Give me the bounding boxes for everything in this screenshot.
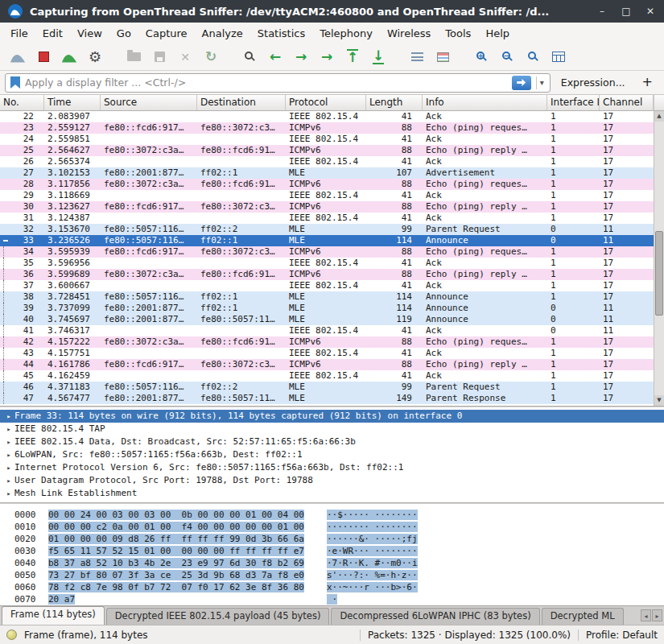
hex-ascii-selected[interactable]: ········ ········ [327,522,418,532]
hex-row[interactable]: 005073 27 bf 80 07 3f 3a ce 25 3d 9b 68 … [14,569,664,581]
scroll-down-icon[interactable]: ▼ [654,395,664,406]
packet-row[interactable]: 373.600667IEEE 802.15.441Ack117 [0,280,654,291]
packet-row[interactable]: 303.123627fe80::fcd6:917…fe80::3072:c3…I… [0,201,654,213]
expert-info-icon[interactable] [6,630,17,640]
hex-ascii-selected[interactable]: ·e·WR··· ········ [327,546,418,556]
zoom-in-button[interactable]: + [468,46,494,68]
expand-arrow-icon[interactable]: ▸ [3,448,14,461]
detail-line[interactable]: ▸Frame 33: 114 bytes on wire (912 bits),… [0,410,664,423]
menu-wireless[interactable]: Wireless [380,25,438,42]
menu-file[interactable]: File [3,25,35,42]
column-header-destination[interactable]: Destination [197,95,286,110]
packet-row[interactable]: 464.371183fe80::5057:116…ff02::2MLE99Par… [0,382,654,393]
autoscroll-button[interactable] [404,46,430,68]
packet-row[interactable]: 273.102153fe80::2001:877…ff02::1MLE107Ad… [0,167,654,179]
filter-dropdown-caret-icon[interactable]: ▾ [536,76,547,89]
column-header-no[interactable]: No. [0,95,44,110]
menu-capture[interactable]: Capture [138,25,195,42]
filter-bookmark-icon[interactable] [10,76,20,89]
hex-row[interactable]: 0040b8 37 a8 52 10 b3 4b 2e 23 e9 97 6d … [14,557,664,569]
column-header-time[interactable]: Time [44,95,101,110]
display-filter-input[interactable] [25,76,507,89]
packet-row[interactable]: 343.595939fe80::fcd6:917…fe80::3072:c3…I… [0,246,654,258]
menu-go[interactable]: Go [109,25,138,42]
byte-view-tab[interactable]: Frame (114 bytes) [2,606,105,625]
maximize-icon[interactable]: □ [621,6,632,17]
hex-row[interactable]: 0030f5 65 11 57 52 15 01 00 00 00 00 ff … [14,545,664,557]
packet-row[interactable]: 222.083907IEEE 802.15.441Ack117 [0,111,654,122]
detail-line[interactable]: ▸Internet Protocol Version 6, Src: fe80:… [0,461,664,474]
detail-line[interactable]: ▸User Datagram Protocol, Src Port: 19788… [0,474,664,487]
hex-row[interactable]: 000000 00 24 00 03 00 03 00 0b 00 00 00 … [14,509,664,521]
hex-bytes-selected[interactable]: 01 00 00 00 09 d8 26 ff ff ff ff 99 0d 3… [48,534,304,544]
packet-row[interactable]: 413.746317IEEE 802.15.441Ack011 [0,325,654,336]
hex-ascii-selected[interactable]: ······&· ·····;fj [327,534,418,544]
stop-capture-button[interactable] [31,46,56,68]
capture-options-button[interactable]: ⚙ [82,46,108,68]
zoom-out-button[interactable]: − [494,46,520,68]
packet-row[interactable]: 403.745697fe80::2001:877…fe80::5057:11…M… [0,314,654,325]
go-forward-button[interactable]: → [288,46,314,68]
packet-row[interactable]: 252.564627fe80::3072:c3a…fe80::fcd6:91…I… [0,145,654,156]
packet-row[interactable]: 313.124387IEEE 802.15.441Ack117 [0,213,654,224]
scroll-up-icon[interactable]: ▲ [654,111,664,122]
packet-row[interactable]: 232.559127fe80::fcd6:917…fe80::3072:c3…I… [0,122,654,134]
go-last-packet-button[interactable]: ↓ [365,46,391,68]
packet-row[interactable]: 333.236526fe80::5057:116…ff02::1MLE114An… [0,235,654,246]
menu-telephony[interactable]: Telephony [312,25,380,42]
column-header-interface-id[interactable]: Interface ID [547,95,600,110]
menu-analyze[interactable]: Analyze [195,25,250,42]
menu-help[interactable]: Help [478,25,517,42]
go-to-packet-button[interactable]: → [314,46,340,68]
hex-bytes-selected[interactable]: 73 27 bf 80 07 3f 3a ce 25 3d 9b 68 d3 7… [48,570,304,580]
hex-bytes-selected[interactable]: 00 00 24 00 03 00 03 00 0b 00 00 00 01 0… [48,510,304,520]
packet-row[interactable]: 444.161786fe80::fcd6:917…fe80::3072:c3…I… [0,359,654,370]
byte-view-tab[interactable]: Decrypted IEEE 802.15.4 payload (45 byte… [106,608,330,625]
hex-row[interactable]: 002001 00 00 00 09 d8 26 ff ff ff ff 99 … [14,533,664,545]
menu-tools[interactable]: Tools [438,25,478,42]
expand-arrow-icon[interactable]: ▸ [3,474,14,487]
packet-row[interactable]: 474.567477fe80::2001:877…fe80::5057:11…M… [0,393,654,404]
detail-line[interactable]: ▸6LoWPAN, Src: fe80::5057:1165:f56a:663b… [0,448,664,461]
column-header-channel[interactable]: Channel [600,95,654,110]
status-profile[interactable]: Profile: Default [586,630,658,641]
column-header-info[interactable]: Info [423,95,547,110]
column-header-source[interactable]: Source [101,95,197,110]
packet-row[interactable]: 293.118669IEEE 802.15.441Ack117 [0,190,654,201]
colorize-button[interactable] [430,46,456,68]
expand-arrow-icon[interactable]: ▸ [3,410,14,423]
packet-list-scrollbar[interactable]: ▲ ▼ [654,111,664,406]
go-back-button[interactable]: ← [262,46,288,68]
packet-row[interactable]: 262.565374IEEE 802.15.441Ack117 [0,156,654,167]
expand-arrow-icon[interactable]: ▸ [3,436,14,448]
close-icon[interactable]: ✕ [645,6,656,17]
find-packet-button[interactable] [237,46,262,68]
menu-view[interactable]: View [70,25,109,42]
expand-arrow-icon[interactable]: ▸ [3,423,14,436]
column-header-protocol[interactable]: Protocol [286,95,366,110]
packet-row[interactable]: 424.157222fe80::3072:c3a…fe80::fcd6:91…I… [0,336,654,348]
column-header-length[interactable]: Length [366,95,423,110]
hex-ascii-selected[interactable]: ·7·R··K. #··m0··i [327,558,418,568]
packet-row[interactable]: 363.599689fe80::3072:c3a…fe80::fcd6:91…I… [0,269,654,280]
tab-scroll-right-icon[interactable]: ▸ [652,609,662,621]
display-filter-field[interactable]: ▾ [5,73,551,93]
expression-button[interactable]: Expression... [558,75,629,90]
hex-ascii-selected[interactable]: · [327,594,337,605]
packet-row[interactable]: 383.728451fe80::5057:116…ff02::1MLE114An… [0,291,654,303]
restart-capture-button[interactable] [56,46,82,68]
zoom-100-button[interactable] [520,46,546,68]
detail-line[interactable]: ▸Mesh Link Establishment [0,487,664,500]
expand-arrow-icon[interactable]: ▸ [3,487,14,500]
hex-bytes-selected[interactable]: 00 00 00 c2 0a 00 01 00 f4 00 00 00 00 0… [48,522,304,532]
hex-row[interactable]: 006078 f2 c8 7e 98 0f b7 72 07 f0 17 62 … [14,581,664,593]
resize-columns-button[interactable] [546,46,571,68]
packet-row[interactable]: 393.737099fe80::2001:877…ff02::1MLE114An… [0,303,654,314]
hex-ascii-selected[interactable]: x··~···r ···b>·6· [327,582,418,592]
detail-line[interactable]: ▸IEEE 802.15.4 TAP [0,423,664,436]
menu-statistics[interactable]: Statistics [250,25,312,42]
scrollbar-thumb[interactable] [655,231,663,316]
hex-bytes-selected[interactable]: 20 a7 [48,594,75,605]
titlebar[interactable]: Capturing from OpenThread Sniffer: /dev/… [0,0,664,23]
hex-bytes-selected[interactable]: f5 65 11 57 52 15 01 00 00 00 00 ff ff f… [48,546,304,556]
